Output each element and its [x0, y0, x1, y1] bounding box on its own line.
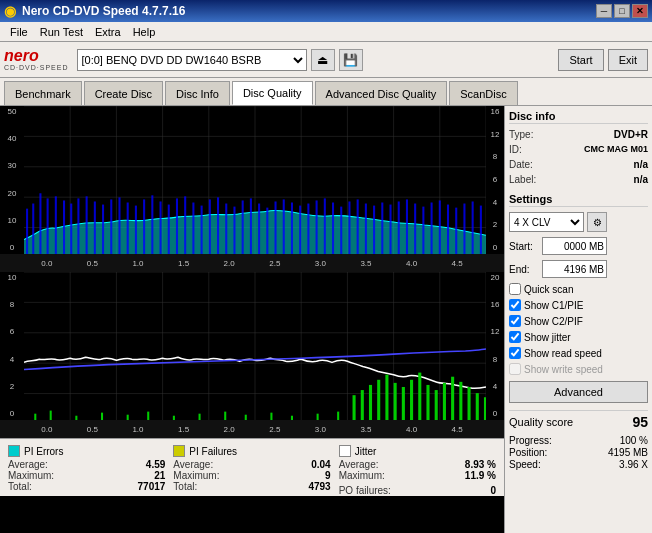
- svg-rect-111: [147, 412, 149, 420]
- svg-rect-46: [266, 208, 268, 254]
- menu-bar: File Run Test Extra Help: [0, 22, 652, 42]
- svg-rect-91: [369, 385, 372, 420]
- x-axis-top: 0.0 0.5 1.0 1.5 2.0 2.5 3.0 3.5 4.0 4.5: [0, 254, 504, 272]
- svg-rect-109: [101, 413, 103, 420]
- svg-rect-36: [184, 196, 186, 254]
- pi-errors-total: 77017: [138, 481, 166, 492]
- pi-errors-label: PI Errors: [24, 446, 63, 457]
- speed-stat-row: Speed: 3.96 X: [509, 459, 648, 470]
- menu-file[interactable]: File: [4, 24, 34, 40]
- show-c1-checkbox[interactable]: [509, 299, 521, 311]
- svg-rect-57: [357, 199, 359, 254]
- y-right-8: 8: [486, 153, 504, 161]
- start-mb-label: Start:: [509, 241, 539, 252]
- show-c2-checkbox[interactable]: [509, 315, 521, 327]
- quick-scan-checkbox[interactable]: [509, 283, 521, 295]
- quick-scan-row: Quick scan: [509, 283, 648, 295]
- eject-icon[interactable]: ⏏: [311, 49, 335, 71]
- disc-type-label: Type:: [509, 129, 533, 140]
- disc-date-label: Date:: [509, 159, 533, 170]
- y-right-2: 2: [486, 221, 504, 229]
- quality-score-row: Quality score 95: [509, 410, 648, 430]
- svg-rect-99: [435, 390, 438, 420]
- pi-errors-max-row: Maximum: 21: [8, 470, 165, 481]
- svg-rect-93: [385, 375, 388, 420]
- svg-rect-98: [426, 385, 429, 420]
- maximize-button[interactable]: □: [614, 4, 630, 18]
- pi-failures-avg-row: Average: 0.04: [173, 459, 330, 470]
- progress-label: Progress:: [509, 435, 552, 446]
- svg-rect-32: [151, 195, 153, 254]
- svg-rect-94: [394, 383, 397, 420]
- svg-rect-71: [472, 201, 474, 254]
- svg-rect-115: [245, 415, 247, 420]
- svg-rect-117: [291, 416, 293, 420]
- pi-errors-avg-row: Average: 4.59: [8, 459, 165, 470]
- disc-id-label: ID:: [509, 144, 522, 155]
- pi-failures-header: PI Failures: [173, 445, 330, 457]
- tab-scandisc[interactable]: ScanDisc: [449, 81, 517, 105]
- svg-rect-67: [439, 200, 441, 254]
- svg-rect-37: [192, 203, 194, 254]
- svg-rect-38: [201, 206, 203, 254]
- close-button[interactable]: ✕: [632, 4, 648, 18]
- svg-rect-92: [377, 380, 380, 420]
- disc-date-value: n/a: [634, 159, 648, 170]
- svg-rect-72: [480, 206, 482, 254]
- svg-rect-34: [168, 205, 170, 254]
- y-right-12: 12: [486, 131, 504, 139]
- speed-settings-row: 4 X CLV ⚙: [509, 212, 648, 232]
- menu-help[interactable]: Help: [127, 24, 162, 40]
- po-failures-row: PO failures: 0: [339, 485, 496, 496]
- end-mb-label: End:: [509, 264, 539, 275]
- end-mb-input[interactable]: [542, 260, 607, 278]
- speed-stat-label: Speed:: [509, 459, 541, 470]
- start-mb-input[interactable]: [542, 237, 607, 255]
- show-write-speed-checkbox[interactable]: [509, 363, 521, 375]
- tab-disc-quality[interactable]: Disc Quality: [232, 81, 313, 105]
- svg-rect-90: [361, 390, 364, 420]
- advanced-button[interactable]: Advanced: [509, 381, 648, 403]
- pi-errors-stats: PI Errors Average: 4.59 Maximum: 21 Tota…: [4, 443, 169, 492]
- pi-failures-total-row: Total: 4793: [173, 481, 330, 492]
- svg-rect-64: [414, 204, 416, 254]
- svg-rect-47: [275, 201, 277, 254]
- menu-run-test[interactable]: Run Test: [34, 24, 89, 40]
- minimize-button[interactable]: ─: [596, 4, 612, 18]
- disc-info-title: Disc info: [509, 110, 648, 124]
- quality-score-value: 95: [632, 414, 648, 430]
- svg-rect-104: [476, 393, 479, 420]
- tab-create-disc[interactable]: Create Disc: [84, 81, 163, 105]
- show-jitter-checkbox[interactable]: [509, 331, 521, 343]
- y-right-0t: 0: [486, 244, 504, 252]
- toolbar: nero CD·DVD·SPEED [0:0] BENQ DVD DD DW16…: [0, 42, 652, 78]
- svg-rect-50: [299, 206, 301, 254]
- svg-rect-95: [402, 387, 405, 420]
- window-controls: ─ □ ✕: [596, 4, 648, 18]
- tab-advanced-disc-quality[interactable]: Advanced Disc Quality: [315, 81, 448, 105]
- x-axis-bottom: 0.0 0.5 1.0 1.5 2.0 2.5 3.0 3.5 4.0 4.5: [0, 420, 504, 438]
- y-label-50: 50: [0, 108, 24, 116]
- svg-rect-39: [209, 199, 211, 254]
- drive-selector[interactable]: [0:0] BENQ DVD DD DW1640 BSRB: [77, 49, 307, 71]
- speed-stat-value: 3.96 X: [619, 459, 648, 470]
- save-icon[interactable]: 💾: [339, 49, 363, 71]
- svg-rect-48: [283, 199, 285, 254]
- svg-rect-118: [317, 414, 319, 420]
- tab-benchmark[interactable]: Benchmark: [4, 81, 82, 105]
- pi-errors-avg: 4.59: [146, 459, 165, 470]
- menu-extra[interactable]: Extra: [89, 24, 127, 40]
- svg-rect-43: [242, 200, 244, 254]
- exit-button[interactable]: Exit: [608, 49, 648, 71]
- y-axis-right-top: 16 12 8 6 4 2 0: [486, 106, 504, 254]
- tab-disc-info[interactable]: Disc Info: [165, 81, 230, 105]
- jitter-max-row: Maximum: 11.9 %: [339, 470, 496, 481]
- show-read-speed-checkbox[interactable]: [509, 347, 521, 359]
- svg-rect-40: [217, 197, 219, 254]
- show-c1-row: Show C1/PIE: [509, 299, 648, 311]
- speed-selector[interactable]: 4 X CLV: [509, 212, 584, 232]
- settings-icon[interactable]: ⚙: [587, 212, 607, 232]
- pi-failures-stats: PI Failures Average: 0.04 Maximum: 9 Tot…: [169, 443, 334, 492]
- start-button[interactable]: Start: [558, 49, 603, 71]
- y-label-10: 10: [0, 217, 24, 225]
